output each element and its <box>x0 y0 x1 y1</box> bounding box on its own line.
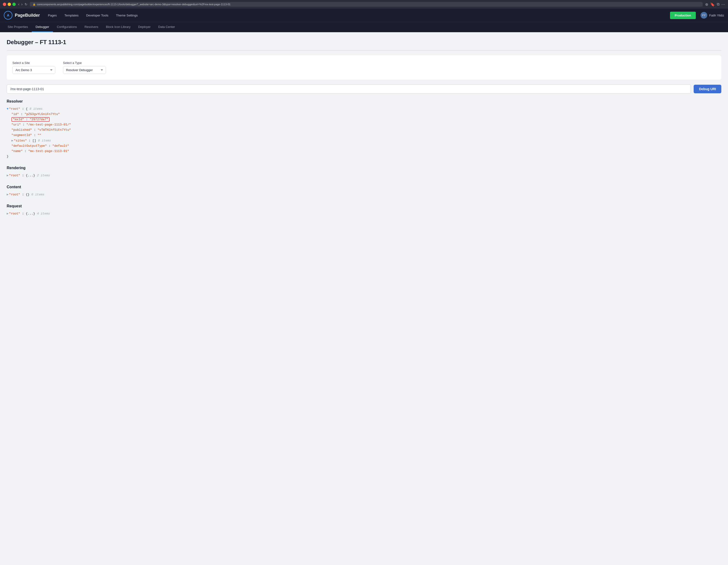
selector-card: Select a Site Arc Demo 3 Select a Type R… <box>7 55 721 80</box>
id-val: "pZG3gvYLGniFn7Ytu" <box>25 112 60 116</box>
forward-button[interactable]: › <box>21 2 22 6</box>
content-root-line: ▶"root" : {} 0 items <box>7 192 721 197</box>
site-select[interactable]: Arc Demo 3 <box>12 66 55 74</box>
content-section: Content ▶"root" : {} 0 items <box>7 185 721 197</box>
uri-row: Debug URI <box>7 84 721 94</box>
content-section-title: Content <box>7 185 721 189</box>
resolver-section-title: Resolver <box>7 99 721 104</box>
request-meta: 4 items <box>37 212 50 215</box>
sites-toggle[interactable]: ▶ <box>11 139 13 142</box>
content-meta: 0 items <box>31 193 44 196</box>
app-name: PageBuilder <box>15 13 40 18</box>
mxid-val: "29727da7" <box>30 118 48 121</box>
json-id-line: "id" : "pZG3gvYLGniFn7Ytu" <box>7 112 721 117</box>
site-select-group: Select a Site Arc Demo 3 <box>12 61 55 74</box>
title-divider <box>7 50 721 51</box>
subnav-debugger[interactable]: Debugger <box>32 22 53 32</box>
resolver-json-tree: ▼"root" : { 8 items "id" : "pZG3gvYLGniF… <box>7 106 721 159</box>
name-val: "mx-test-page-1113-01" <box>28 149 69 153</box>
browser-nav-arrows: ‹ › ↻ <box>18 2 27 6</box>
type-select-group: Select a Type Resolver Debugger Content … <box>63 61 106 74</box>
uri-val: "/mx-test-page-1113-01/" <box>26 123 71 126</box>
published-val: "vTWTHlhf5iFn7Ytu" <box>37 128 71 132</box>
sites-key: "sites" <box>14 139 27 142</box>
rendering-json-tree: ▶"root" : {...} 2 items <box>7 173 721 178</box>
json-root-line: ▼"root" : { 8 items <box>7 106 721 112</box>
subnav-block-icon-library[interactable]: Block Icon Library <box>102 22 134 32</box>
root-toggle[interactable]: ▼ <box>7 107 9 111</box>
nav-developer-tools[interactable]: Developer Tools <box>83 12 112 19</box>
refresh-button[interactable]: ↻ <box>25 2 27 6</box>
extension-icon-2[interactable]: 🔖 <box>710 2 715 7</box>
content-toggle[interactable]: ▶ <box>7 193 9 196</box>
uri-input[interactable] <box>7 84 691 94</box>
lock-icon: 🔒 <box>33 3 36 6</box>
root-bracket: : { <box>20 107 28 111</box>
subnav-site-properties[interactable]: Site Properties <box>4 22 32 32</box>
rendering-section: Rendering ▶"root" : {...} 2 items <box>7 166 721 178</box>
subnav-resolvers[interactable]: Resolvers <box>81 22 102 32</box>
address-bar[interactable]: 🔒 corecomponents.arcpublishing.com/pageb… <box>30 2 703 7</box>
app-logo[interactable]: A PageBuilder <box>4 11 40 20</box>
rendering-meta: 2 items <box>37 174 50 177</box>
close-window-button[interactable] <box>3 3 6 6</box>
request-root-line: ▶"root" : {...} 4 items <box>7 211 721 216</box>
maximize-window-button[interactable] <box>12 3 16 6</box>
json-defaultoutputtype-line: "defaultOutputType" : "default" <box>7 143 721 149</box>
content-json-tree: ▶"root" : {} 0 items <box>7 192 721 197</box>
sub-nav: Site Properties Debugger Configurations … <box>0 22 728 32</box>
rendering-section-title: Rendering <box>7 166 721 170</box>
production-button[interactable]: Production <box>670 12 696 19</box>
app-header: A PageBuilder Pages Templates Developer … <box>0 9 728 22</box>
page-title: Debugger – FT 1113-1 <box>7 39 721 46</box>
menu-icon[interactable]: ⋯ <box>721 2 725 7</box>
type-select-label: Select a Type <box>63 61 106 65</box>
user-section[interactable]: FY Fatih Yildiz <box>701 12 724 19</box>
subnav-deployer[interactable]: Deployer <box>134 22 154 32</box>
subnav-configurations[interactable]: Configurations <box>53 22 81 32</box>
json-name-line: "name" : "mx-test-page-1113-01" <box>7 149 721 154</box>
root-meta: 8 items <box>30 107 43 111</box>
segmentid-val: "" <box>37 133 41 137</box>
minimize-window-button[interactable] <box>8 3 11 6</box>
type-select[interactable]: Resolver Debugger Content Debugger Rende… <box>63 66 106 74</box>
debug-uri-button[interactable]: Debug URI <box>694 85 721 93</box>
defaultoutputtype-val: "default" <box>52 144 69 148</box>
sites-meta: 0 items <box>38 139 51 142</box>
json-close-brace: } <box>7 154 721 159</box>
nav-pages[interactable]: Pages <box>45 12 60 19</box>
browser-actions: ⊕ 🔖 ⧉ ⋯ <box>705 2 725 7</box>
tab-icon[interactable]: ⧉ <box>717 2 719 6</box>
request-section-title: Request <box>7 204 721 208</box>
site-select-label: Select a Site <box>12 61 55 65</box>
subnav-data-center[interactable]: Data Center <box>154 22 179 32</box>
mxid-key: "mxId" <box>13 118 24 121</box>
rendering-toggle[interactable]: ▶ <box>7 174 9 177</box>
extension-icon-1[interactable]: ⊕ <box>705 2 708 7</box>
mxid-highlighted: "mxId" : "29727da7" <box>11 117 50 122</box>
request-json-tree: ▶"root" : {...} 4 items <box>7 211 721 216</box>
defaultoutputtype-key: "defaultOutputType" <box>11 144 47 148</box>
segmentid-key: "segmentId" <box>11 133 32 137</box>
published-key: "published" <box>11 128 32 132</box>
browser-chrome: ‹ › ↻ 🔒 corecomponents.arcpublishing.com… <box>0 0 728 9</box>
user-name: Fatih Yildiz <box>709 14 724 17</box>
request-toggle[interactable]: ▶ <box>7 212 9 215</box>
json-mxid-line: "mxId" : "29727da7" <box>7 117 721 122</box>
json-sites-line: ▶"sites" : [] 0 items <box>7 138 721 143</box>
request-section: Request ▶"root" : {...} 4 items <box>7 204 721 216</box>
json-uri-line: "uri" : "/mx-test-page-1113-01/" <box>7 122 721 127</box>
back-button[interactable]: ‹ <box>18 2 19 6</box>
id-key: "id" <box>11 112 19 116</box>
rendering-root-line: ▶"root" : {...} 2 items <box>7 173 721 178</box>
name-key: "name" <box>11 149 23 153</box>
json-segmentid-line: "segmentId" : "" <box>7 133 721 138</box>
nav-theme-settings[interactable]: Theme Settings <box>113 12 141 19</box>
logo-icon: A <box>4 11 12 20</box>
main-content: Debugger – FT 1113-1 Select a Site Arc D… <box>0 32 728 565</box>
json-published-line: "published" : "vTWTHlhf5iFn7Ytu" <box>7 127 721 133</box>
resolver-section: Resolver ▼"root" : { 8 items "id" : "pZG… <box>7 99 721 159</box>
main-nav: Pages Templates Developer Tools Theme Se… <box>45 12 665 19</box>
uri-key: "uri" <box>11 123 21 126</box>
nav-templates[interactable]: Templates <box>61 12 82 19</box>
